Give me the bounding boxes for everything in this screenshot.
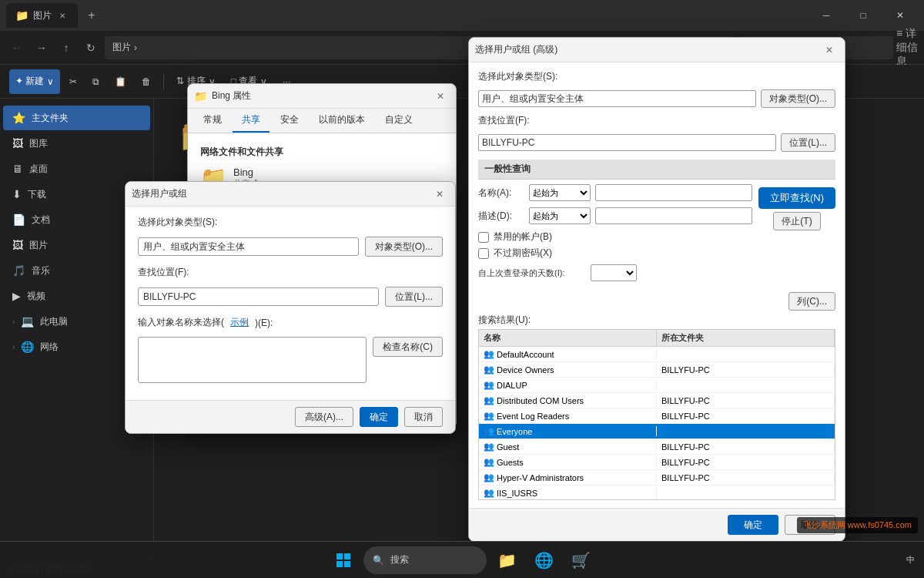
adv-obj-type-btn[interactable]: 对象类型(O)...: [761, 89, 835, 108]
result-name-cell: 👥 Guests: [479, 457, 657, 467]
query-desc-input[interactable]: [595, 207, 752, 224]
adv-dialog-title: 选择用户或组 (高级): [475, 43, 820, 56]
new-tab-btn[interactable]: +: [81, 5, 102, 26]
sidebar-item-desktop-label: 桌面: [29, 163, 48, 176]
taskbar-search-icon: 🔍: [373, 555, 384, 566]
query-desc-filter[interactable]: 起始为: [529, 207, 591, 224]
result-location-cell: BILLYFU-PC: [657, 412, 835, 421]
adv-ok-btn[interactable]: 确定: [728, 515, 778, 535]
no-expire-checkbox[interactable]: [478, 248, 489, 259]
search-now-btn[interactable]: 立即查找(N): [758, 187, 835, 209]
stop-btn[interactable]: 停止(T): [773, 212, 820, 230]
refresh-btn[interactable]: ↻: [80, 37, 102, 59]
table-row[interactable]: 👥 Guests BILLYFU-PC: [479, 455, 835, 470]
disabled-account-checkbox[interactable]: [478, 232, 489, 243]
column-btn-row: 列(C)...: [478, 292, 835, 311]
sidebar-item-desktop[interactable]: 🖥 桌面: [3, 156, 150, 181]
videos-icon: ▶: [12, 290, 21, 302]
table-row[interactable]: 👥 Event Log Readers BILLYFU-PC: [479, 408, 835, 424]
query-name-filter[interactable]: 起始为: [529, 184, 591, 201]
select-user-ok-btn[interactable]: 确定: [360, 407, 398, 427]
select-user-advanced-btn[interactable]: 高级(A)...: [295, 407, 353, 427]
tab-custom[interactable]: 自定义: [376, 109, 422, 133]
object-type-row: 选择此对象类型(S):: [138, 216, 443, 229]
adv-obj-type-label: 选择此对象类型(S):: [478, 70, 557, 83]
table-row[interactable]: 👥 DIALUP: [479, 378, 835, 393]
taskbar-search[interactable]: 🔍 搜索: [363, 546, 487, 574]
result-name-cell: 👥 Everyone: [479, 426, 657, 436]
location-value: BILLYFU-PC: [138, 287, 379, 306]
results-col-name: 名称: [479, 330, 657, 346]
adv-location-btn[interactable]: 位置(L)...: [781, 133, 835, 152]
taskbar-start-btn[interactable]: [326, 545, 360, 576]
sidebar-item-gallery[interactable]: 🖼 图库: [3, 131, 150, 156]
enter-label-row: 输入对象名称来选择( 示例 )(E):: [138, 316, 443, 329]
column-btn[interactable]: 列(C)...: [788, 292, 835, 311]
days-select[interactable]: [591, 264, 637, 281]
minimize-btn[interactable]: ─: [808, 3, 844, 28]
copy-btn[interactable]: ⧉: [86, 69, 105, 94]
back-btn[interactable]: ←: [6, 37, 28, 59]
example-link[interactable]: 示例: [230, 316, 249, 329]
tab-close-btn[interactable]: ✕: [56, 9, 69, 22]
tab-previous[interactable]: 以前的版本: [310, 109, 374, 133]
tab-general[interactable]: 常规: [194, 109, 231, 133]
adv-location-value: BILLYFU-PC: [478, 134, 776, 151]
table-row[interactable]: 👥 DefaultAccount: [479, 347, 835, 362]
results-table[interactable]: 👥 DefaultAccount 👥 Device Owners BILLYFU…: [478, 346, 835, 500]
result-location-cell: BILLYFU-PC: [657, 365, 835, 375]
taskbar-time: 中: [906, 554, 915, 566]
bing-folder-name: Bing: [233, 166, 259, 178]
forward-btn[interactable]: →: [31, 37, 52, 59]
user-icon: 👥: [484, 426, 494, 436]
up-btn[interactable]: ↑: [55, 37, 77, 59]
user-icon: 👥: [484, 411, 494, 421]
table-row[interactable]: 👥 Device Owners BILLYFU-PC: [479, 362, 835, 378]
new-btn[interactable]: ✦ 新建 ∨: [9, 69, 60, 94]
check-names-btn[interactable]: 检查名称(C): [373, 337, 443, 357]
location-label: 查找位置(F):: [138, 266, 207, 279]
object-type-btn[interactable]: 对象类型(O)...: [365, 237, 443, 257]
table-row[interactable]: 👥 Everyone: [479, 424, 835, 439]
location-btn[interactable]: 位置(L)...: [385, 287, 443, 307]
sidebar-item-home[interactable]: ⭐ 主文件夹: [3, 106, 150, 130]
days-row: 自上次查登录的天数(I):: [478, 264, 752, 281]
desktop-icon: 🖥: [12, 163, 23, 175]
sidebar-item-network-label: 网络: [40, 341, 59, 354]
tab-security[interactable]: 安全: [271, 109, 308, 133]
paste-btn[interactable]: 📋: [109, 69, 132, 94]
table-row[interactable]: 👥 IIS_IUSRS: [479, 486, 835, 500]
select-user-cancel-btn[interactable]: 取消: [404, 407, 443, 427]
tab-label: 图片: [33, 9, 52, 22]
query-desc-row: 描述(D): 起始为: [478, 207, 752, 224]
result-location-cell: BILLYFU-PC: [657, 396, 835, 405]
close-btn[interactable]: ✕: [882, 3, 918, 28]
details-btn[interactable]: ≡ 详细信息: [896, 37, 918, 59]
result-location-cell: BILLYFU-PC: [657, 458, 835, 467]
sidebar-item-videos-label: 视频: [27, 290, 45, 303]
tab-share[interactable]: 共享: [233, 109, 270, 133]
adv-dialog-close[interactable]: ✕: [820, 41, 839, 59]
maximize-btn[interactable]: □: [845, 3, 881, 28]
bing-dialog-icon: 📁: [194, 90, 207, 102]
results-col-location: 所在文件夹: [657, 330, 835, 346]
taskbar-edge-btn[interactable]: 🌐: [527, 545, 561, 576]
sidebar-item-documents-label: 文档: [32, 213, 50, 227]
delete-btn[interactable]: 🗑: [136, 69, 157, 94]
cut-btn[interactable]: ✂: [63, 69, 83, 94]
taskbar-store-btn[interactable]: 🛒: [564, 545, 598, 576]
table-row[interactable]: 👥 Guest BILLYFU-PC: [479, 439, 835, 455]
taskbar-search-label: 搜索: [390, 553, 409, 566]
bing-dialog-close[interactable]: ✕: [431, 87, 450, 106]
table-row[interactable]: 👥 Hyper-V Administrators BILLYFU-PC: [479, 470, 835, 486]
results-header: 名称 所在文件夹: [478, 329, 835, 346]
name-input[interactable]: [138, 337, 367, 383]
results-label: 搜索结果(U):: [478, 314, 835, 327]
table-row[interactable]: 👥 Distributed COM Users BILLYFU-PC: [479, 393, 835, 408]
query-name-input[interactable]: [595, 184, 752, 201]
explorer-tab[interactable]: 📁 图片 ✕: [6, 3, 78, 28]
toolbar-right: ≡ 详细信息: [896, 37, 918, 59]
select-user-close[interactable]: ✕: [430, 185, 449, 203]
taskbar-files-btn[interactable]: 📁: [490, 545, 524, 576]
svg-rect-0: [336, 553, 343, 560]
